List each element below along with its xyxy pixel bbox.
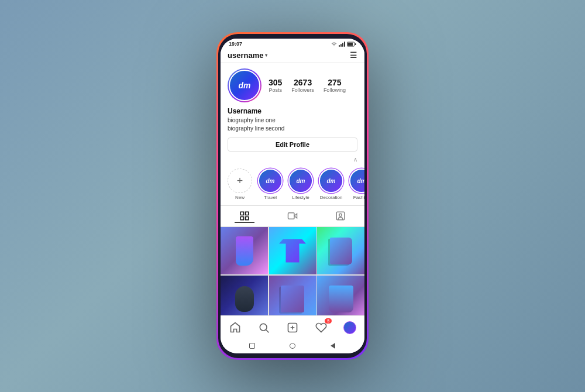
grid-cell-6-inner [317, 276, 364, 316]
edit-profile-button[interactable]: Edit Profile [228, 137, 357, 152]
story-decoration[interactable]: dm Decoration [319, 169, 343, 200]
svg-rect-3 [240, 212, 243, 215]
svg-rect-7 [288, 213, 295, 219]
phone-screen: 19:07 [221, 39, 364, 353]
content-tab-bar [221, 205, 364, 227]
nav-profile-avatar [343, 321, 356, 334]
scroll-content: dm 305 Posts 2673 [221, 63, 364, 315]
story-new[interactable]: + New [228, 169, 252, 200]
status-bar: 19:07 [221, 39, 364, 48]
status-icons [331, 42, 356, 47]
android-home-btn[interactable] [288, 342, 297, 350]
dropdown-arrow-icon: ▾ [265, 53, 267, 58]
story-travel-circle: dm [258, 169, 283, 193]
stat-followers[interactable]: 2673 Followers [291, 78, 314, 93]
search-icon [258, 322, 270, 333]
avatar-container[interactable]: dm [228, 68, 261, 102]
svg-rect-6 [246, 217, 249, 220]
following-count: 275 [328, 78, 341, 87]
story-decoration-avatar: dm [321, 170, 342, 191]
svg-point-11 [260, 324, 267, 331]
back-button-icon [331, 343, 335, 349]
avatar-ring: dm [228, 68, 261, 102]
android-back-btn[interactable] [329, 342, 337, 350]
battery-icon [347, 42, 356, 47]
story-lifestyle-circle: dm [288, 169, 313, 193]
heart-icon [315, 322, 327, 333]
svg-point-10 [339, 214, 342, 216]
phone-frame: 19:07 [216, 32, 369, 360]
nav-heart[interactable]: 5 [312, 319, 331, 336]
nav-home[interactable] [226, 319, 245, 336]
svg-rect-1 [347, 43, 353, 46]
following-label: Following [324, 87, 346, 93]
nav-search[interactable] [254, 319, 273, 336]
story-lifestyle-avatar: dm [290, 170, 311, 191]
wifi-icon [331, 42, 337, 46]
username-dropdown[interactable]: username ▾ [228, 51, 267, 60]
recent-apps-icon [249, 343, 255, 349]
grid-cell-2[interactable] [269, 227, 316, 274]
avatar-logo: dm [239, 81, 251, 90]
heart-badge: 5 [325, 318, 332, 324]
bio-line-1: biography line one [228, 116, 357, 125]
book-product [330, 238, 352, 264]
grid-cell-5-inner [269, 276, 316, 316]
grid-cell-4-inner [221, 276, 268, 316]
phone-body: 19:07 [218, 34, 367, 358]
nav-profile[interactable] [340, 319, 359, 336]
profile-top: dm 305 Posts 2673 [228, 68, 357, 102]
profile-name: Username [228, 107, 357, 115]
bottom-nav: 5 [221, 315, 364, 338]
story-decoration-circle: dm [319, 169, 343, 193]
story-travel[interactable]: dm Travel [258, 169, 283, 200]
stats-row: 305 Posts 2673 Followers 275 Following [269, 78, 346, 93]
home-icon [229, 322, 241, 333]
grid-cell-1[interactable] [221, 227, 268, 274]
story-lifestyle-label: Lifestyle [292, 195, 309, 200]
grid-cell-3[interactable] [317, 227, 364, 274]
collapse-indicator[interactable]: ∧ [221, 155, 364, 164]
story-fashion[interactable]: dm Fashion [349, 169, 364, 200]
story-new-label: New [235, 195, 245, 200]
mouse-product [235, 286, 254, 312]
nav-add[interactable] [283, 319, 302, 336]
story-fashion-circle: dm [349, 169, 364, 193]
grid-cell-6[interactable] [317, 276, 364, 316]
top-bar: username ▾ ☰ [221, 48, 364, 63]
android-recent-btn[interactable] [248, 342, 256, 350]
stat-posts: 305 Posts [269, 78, 282, 93]
tshirt-product [279, 239, 306, 263]
tab-tagged[interactable] [331, 209, 350, 223]
video-icon [287, 211, 298, 221]
tab-grid[interactable] [235, 209, 254, 223]
svg-rect-2 [355, 43, 356, 45]
username-text: username [228, 51, 263, 60]
home-button-icon [290, 343, 295, 349]
posts-label: Posts [269, 87, 282, 93]
grid-cell-1-inner [221, 227, 268, 274]
stat-following[interactable]: 275 Following [324, 78, 346, 93]
photo-grid [221, 227, 364, 315]
tag-person-icon [335, 211, 346, 221]
menu-icon[interactable]: ☰ [350, 50, 357, 60]
notebook-product [281, 286, 304, 312]
story-fashion-avatar: dm [351, 170, 364, 191]
grid-cell-5[interactable] [269, 276, 316, 316]
story-lifestyle[interactable]: dm Lifestyle [288, 169, 313, 200]
status-time: 19:07 [229, 41, 242, 47]
svg-rect-4 [246, 212, 249, 215]
avatar-inner: dm [229, 70, 260, 101]
story-decoration-label: Decoration [320, 195, 343, 200]
bag-product [329, 286, 353, 312]
signal-icon [339, 42, 345, 47]
story-fashion-label: Fashion [353, 195, 364, 200]
android-nav-bar [221, 338, 364, 353]
svg-line-12 [266, 330, 269, 333]
story-travel-label: Travel [264, 195, 277, 200]
grid-cell-4[interactable] [221, 276, 268, 316]
grid-cell-2-inner [269, 227, 316, 274]
sock-product [236, 236, 253, 266]
bio-line-2: biography line second [228, 125, 357, 133]
tab-video[interactable] [283, 209, 302, 223]
